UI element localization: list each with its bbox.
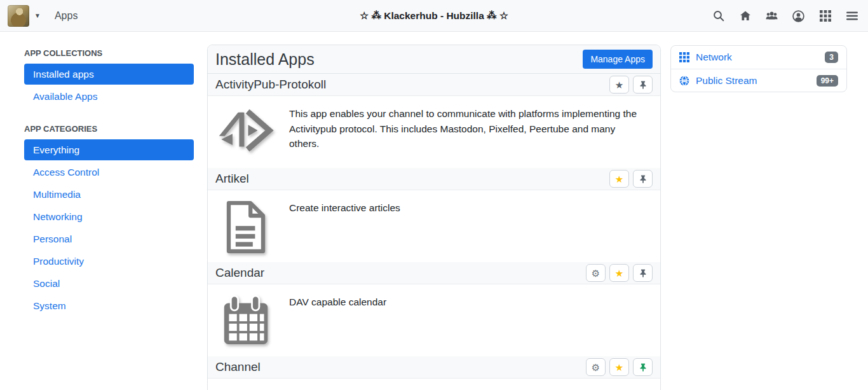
sidebar-item-multimedia[interactable]: Multimedia: [24, 183, 194, 205]
sidebar-item-everything[interactable]: Everything: [24, 139, 194, 160]
sidebar-item-installed-apps[interactable]: Installed apps: [24, 64, 194, 85]
settings-button[interactable]: ⚙: [586, 264, 606, 282]
pin-button[interactable]: [633, 76, 653, 94]
pin-icon: [639, 80, 648, 90]
star-icon: ★: [615, 363, 623, 372]
star-button[interactable]: ★: [609, 76, 629, 94]
page-title: Installed Apps: [215, 50, 315, 69]
public-stream-label: Public Stream: [696, 75, 757, 87]
search-icon[interactable]: [712, 10, 724, 22]
sidebar-item-personal[interactable]: Personal: [24, 228, 194, 250]
public-stream-link[interactable]: Public Stream 99+: [671, 69, 846, 92]
sidebar-item-access-control[interactable]: Access Control: [24, 161, 194, 183]
app-name: Artikel: [215, 172, 249, 186]
activitypub-icon: [218, 106, 274, 168]
group-icon[interactable]: [766, 10, 778, 22]
app-section-header: Artikel ★: [208, 168, 660, 190]
top-navbar: ▼ Apps ☆ ⁂ Klackerhub - Hubzilla ⁂ ☆: [0, 0, 868, 32]
home-icon[interactable]: [739, 10, 751, 22]
menu-icon[interactable]: [846, 10, 858, 22]
installed-apps-card: Installed Apps Manage Apps ActivityPub-P…: [207, 45, 661, 390]
manage-apps-button[interactable]: Manage Apps: [583, 50, 653, 69]
public-stream-count-badge: 99+: [817, 75, 838, 87]
calendar-icon: [218, 295, 274, 356]
pin-button[interactable]: [633, 170, 653, 188]
sidebar-item-available-apps[interactable]: Available Apps: [24, 85, 194, 108]
pin-icon: [639, 268, 648, 278]
channel-avatar[interactable]: [8, 5, 29, 27]
network-count-badge: 3: [825, 52, 838, 63]
chevron-down-icon[interactable]: ▼: [34, 12, 41, 19]
sidebar-item-networking[interactable]: Networking: [24, 205, 194, 228]
app-section-body: [208, 379, 660, 390]
app-section-header: Calendar ⚙ ★: [208, 262, 660, 284]
pin-button[interactable]: [633, 264, 653, 282]
pin-icon: [639, 174, 648, 184]
settings-button[interactable]: ⚙: [586, 358, 606, 376]
star-button[interactable]: ★: [609, 358, 629, 376]
gear-icon: ⚙: [592, 363, 600, 372]
page-title-apps: Apps: [55, 10, 78, 22]
app-collections-heading: APP COLLECTIONS: [24, 48, 194, 58]
app-section-body: DAV capable calendar: [208, 284, 660, 356]
pin-icon: [639, 363, 648, 372]
sidebar-item-system[interactable]: System: [24, 295, 194, 317]
app-section-body: Create interactive articles: [208, 190, 660, 262]
app-name: Calendar: [215, 266, 264, 280]
network-link[interactable]: Network 3: [671, 46, 846, 69]
gear-icon: ⚙: [592, 268, 600, 278]
apps-grid-icon[interactable]: [819, 10, 831, 22]
grid-icon: [679, 52, 689, 62]
app-categories-heading: APP CATEGORIES: [24, 124, 194, 134]
app-section-body: This app enables your channel to communi…: [208, 96, 660, 168]
app-description: Create interactive articles: [289, 200, 405, 262]
app-name: Channel: [215, 360, 261, 374]
account-icon[interactable]: [792, 10, 804, 22]
app-section-header: ActivityPub-Protokoll ★: [208, 74, 660, 96]
app-section-header: Channel ⚙ ★: [208, 356, 660, 379]
app-name: ActivityPub-Protokoll: [215, 78, 326, 92]
pin-button[interactable]: [633, 358, 653, 376]
sidebar-item-social[interactable]: Social: [24, 272, 194, 295]
star-icon: ★: [615, 80, 623, 90]
star-button[interactable]: ★: [609, 170, 629, 188]
app-description: This app enables your channel to communi…: [289, 106, 653, 168]
sidebar-item-productivity[interactable]: Productivity: [24, 250, 194, 272]
star-button[interactable]: ★: [609, 264, 629, 282]
article-icon: [218, 200, 274, 262]
app-description: DAV capable calendar: [289, 295, 391, 356]
left-sidebar: APP COLLECTIONS Installed apps Available…: [24, 48, 194, 333]
right-panel: Network 3 Public Stream 99+: [670, 45, 847, 92]
site-title: ☆ ⁂ Klackerhub - Hubzilla ⁂ ☆: [360, 10, 508, 22]
star-icon: ★: [615, 174, 623, 184]
globe-icon: [679, 76, 689, 86]
star-icon: ★: [615, 268, 623, 278]
network-label: Network: [696, 52, 732, 63]
